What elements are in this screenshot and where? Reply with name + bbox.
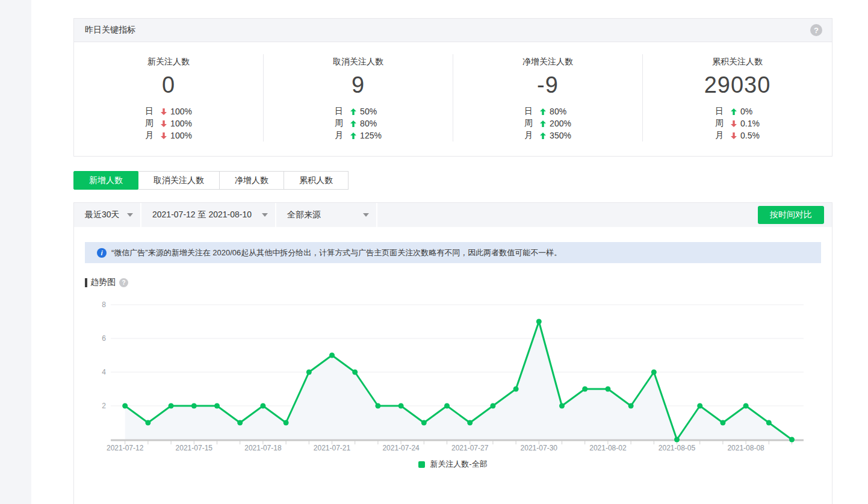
arrow-up-icon: [540, 132, 550, 139]
metric-trend-row: 日50%: [335, 105, 382, 117]
trend-percent: 125%: [360, 131, 382, 140]
legend-swatch: [418, 461, 425, 468]
svg-text:2021-07-24: 2021-07-24: [382, 444, 420, 452]
period-label: 周: [524, 118, 540, 129]
period-label: 月: [715, 130, 731, 141]
metric-trend-row: 日80%: [524, 105, 571, 117]
metric-title: 净增关注人数: [453, 57, 642, 67]
chart-legend[interactable]: 新关注人数-全部: [74, 459, 832, 470]
svg-text:2021-08-08: 2021-08-08: [727, 444, 764, 452]
metric-trend-row: 日0%: [715, 105, 760, 117]
period-label: 日: [335, 106, 350, 117]
metric-column: 取消关注人数9日50%周80%月125%: [263, 54, 453, 142]
arrow-up-icon: [350, 132, 360, 139]
trend-line-chart[interactable]: 24682021-07-122021-07-152021-07-182021-0…: [74, 293, 832, 456]
period-label: 日: [715, 106, 731, 117]
trend-percent: 100%: [170, 107, 192, 116]
period-label: 周: [715, 118, 731, 129]
svg-text:2021-07-18: 2021-07-18: [244, 444, 282, 452]
svg-text:2: 2: [102, 402, 106, 410]
svg-text:2021-08-05: 2021-08-05: [659, 444, 696, 452]
trend-percent: 50%: [360, 107, 377, 116]
date-range-preset-value: 最近30天: [85, 210, 120, 220]
question-icon[interactable]: ?: [810, 24, 822, 36]
period-label: 月: [524, 130, 540, 141]
metric-title: 取消关注人数: [264, 57, 453, 67]
period-label: 日: [145, 106, 161, 117]
metrics-body: 新关注人数0日100%周100%月100%取消关注人数9日50%周80%月125…: [74, 42, 832, 156]
trend-percent: 200%: [550, 119, 571, 128]
svg-text:2021-07-15: 2021-07-15: [176, 444, 213, 452]
metric-column: 净增关注人数-9日80%周200%月350%: [453, 54, 642, 142]
trend-percent: 0.1%: [740, 119, 760, 128]
arrow-down-icon: [161, 108, 170, 115]
arrow-down-icon: [161, 132, 170, 139]
metric-trend-row: 周0.1%: [715, 117, 760, 129]
period-label: 周: [145, 118, 161, 129]
tab-累积人数[interactable]: 累积人数: [284, 171, 349, 190]
arrow-up-icon: [350, 120, 360, 127]
info-icon: i: [97, 248, 107, 258]
section-marker: [85, 278, 87, 287]
chevron-down-icon: [262, 213, 268, 217]
metric-value: 29030: [643, 72, 832, 98]
compare-by-time-button[interactable]: 按时间对比: [758, 206, 824, 224]
chevron-down-icon: [363, 213, 369, 217]
trend-percent: 350%: [550, 131, 571, 140]
left-rail: [0, 0, 31, 504]
trend-percent: 80%: [360, 119, 377, 128]
arrow-up-icon: [540, 108, 550, 115]
source-value: 全部来源: [287, 210, 321, 220]
metric-trend-row: 周200%: [524, 117, 571, 129]
svg-text:8: 8: [102, 300, 106, 309]
metrics-card-title: 昨日关键指标: [85, 25, 135, 36]
date-range-dropdown[interactable]: 2021-07-12 至 2021-08-10: [141, 203, 276, 227]
chevron-down-icon: [127, 213, 133, 217]
svg-text:2021-07-30: 2021-07-30: [521, 444, 558, 452]
svg-text:6: 6: [102, 334, 106, 343]
svg-text:2021-07-27: 2021-07-27: [451, 444, 489, 452]
source-dropdown[interactable]: 全部来源: [276, 203, 377, 227]
date-range-preset-dropdown[interactable]: 最近30天: [74, 203, 141, 227]
metric-trend-row: 月125%: [335, 129, 382, 142]
metric-column: 新关注人数0日100%周100%月100%: [74, 54, 263, 142]
notice-text: “微信广告”来源的新增关注在 2020/06起从其他中拆分给出，计算方式与广告主…: [111, 247, 562, 258]
svg-text:2021-07-12: 2021-07-12: [107, 444, 144, 452]
tab-新增人数[interactable]: 新增人数: [73, 171, 138, 190]
arrow-up-icon: [731, 108, 740, 115]
arrow-down-icon: [161, 120, 170, 127]
metric-title: 新关注人数: [74, 57, 263, 67]
trend-header: 趋势图 ?: [85, 277, 832, 288]
main-content: 昨日关键指标 ? 新关注人数0日100%周100%月100%取消关注人数9日50…: [73, 0, 832, 504]
trend-chart[interactable]: 24682021-07-122021-07-152021-07-182021-0…: [74, 293, 832, 459]
period-label: 月: [145, 130, 161, 141]
notice-banner: i “微信广告”来源的新增关注在 2020/06起从其他中拆分给出，计算方式与广…: [85, 242, 821, 263]
tab-取消关注人数[interactable]: 取消关注人数: [138, 171, 220, 190]
arrow-down-icon: [731, 120, 740, 127]
arrow-down-icon: [731, 132, 740, 139]
metric-trend-row: 周80%: [335, 117, 382, 129]
trend-percent: 0%: [740, 107, 752, 116]
metric-value: 0: [74, 72, 263, 98]
metric-value: -9: [453, 72, 642, 98]
question-icon[interactable]: ?: [119, 278, 128, 287]
metrics-card: 昨日关键指标 ? 新关注人数0日100%周100%月100%取消关注人数9日50…: [73, 18, 832, 157]
metric-trend-row: 月350%: [524, 129, 571, 142]
period-label: 周: [335, 118, 350, 129]
metrics-card-header: 昨日关键指标 ?: [74, 19, 832, 42]
metric-trend-row: 周100%: [145, 117, 192, 129]
legend-label: 新关注人数-全部: [430, 459, 487, 470]
trend-percent: 80%: [550, 107, 566, 116]
period-label: 月: [335, 130, 350, 141]
metric-trend-row: 月0.5%: [715, 129, 760, 142]
tab-净增人数[interactable]: 净增人数: [219, 171, 284, 190]
trend-percent: 0.5%: [740, 131, 760, 140]
svg-text:2021-07-21: 2021-07-21: [314, 444, 351, 452]
metric-title: 累积关注人数: [643, 57, 832, 67]
metric-trend-row: 月100%: [145, 129, 192, 142]
filter-bar: 最近30天 2021-07-12 至 2021-08-10 全部来源 按时间对比: [74, 203, 832, 227]
date-range-value: 2021-07-12 至 2021-08-10: [152, 210, 252, 220]
metric-value: 9: [264, 72, 453, 98]
arrow-up-icon: [350, 108, 360, 115]
metric-column: 累积关注人数29030日0%周0.1%月0.5%: [642, 54, 832, 142]
